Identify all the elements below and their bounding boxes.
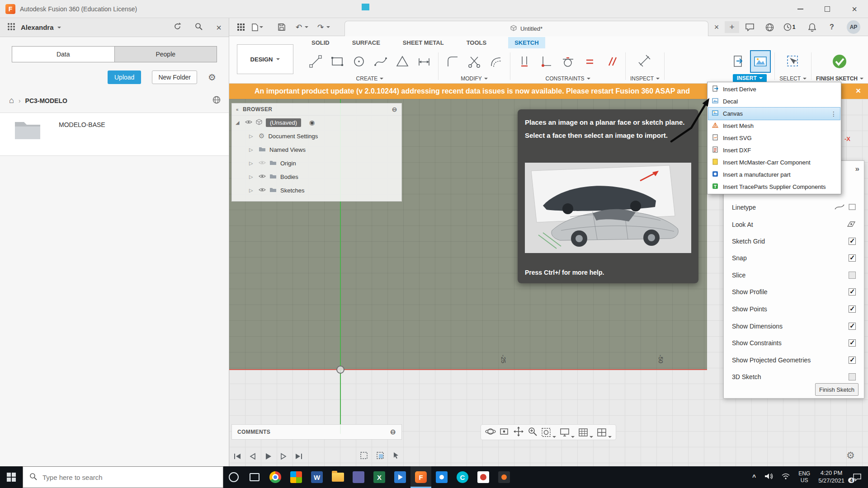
taskbar-app-cortana[interactable] bbox=[223, 466, 244, 488]
group-label-constraints[interactable]: CONSTRAINTS bbox=[545, 74, 590, 84]
tab-tools[interactable]: TOOLS bbox=[466, 37, 488, 48]
save-button[interactable] bbox=[274, 20, 289, 34]
fit-zoom-icon[interactable] bbox=[541, 427, 556, 438]
taskbar-search[interactable] bbox=[23, 466, 223, 488]
pan-icon[interactable] bbox=[513, 426, 524, 439]
collapse-panel-icon[interactable]: « bbox=[236, 107, 239, 112]
globe-icon[interactable] bbox=[212, 96, 221, 105]
search-icon[interactable] bbox=[195, 23, 203, 32]
user-menu[interactable]: Alexandra bbox=[21, 23, 61, 31]
menu-item-insert-manufacturer-part[interactable]: Insert a manufacturer part bbox=[708, 169, 840, 181]
network-icon[interactable] bbox=[781, 473, 790, 482]
grid-settings-icon[interactable] bbox=[578, 427, 593, 438]
refresh-icon[interactable] bbox=[174, 23, 181, 32]
document-tab[interactable]: Untitled* bbox=[344, 21, 708, 36]
palette-row-show-constraints[interactable]: Show Constraints bbox=[724, 335, 864, 351]
tab-data[interactable]: Data bbox=[12, 47, 115, 62]
workspace-selector[interactable]: DESIGN bbox=[237, 44, 293, 74]
taskbar-app-blue[interactable] bbox=[348, 466, 369, 488]
palette-row-show-points[interactable]: Show Points bbox=[724, 301, 864, 317]
file-menu-button[interactable] bbox=[250, 20, 264, 34]
activate-component-icon[interactable]: ◉ bbox=[309, 119, 315, 126]
construction-line-icon[interactable] bbox=[835, 204, 844, 211]
browser-root-row[interactable]: ◢ (Unsaved) ◉ bbox=[232, 116, 401, 129]
gear-icon[interactable]: ⚙ bbox=[208, 72, 216, 83]
start-button[interactable] bbox=[0, 466, 23, 488]
tab-sheet-metal[interactable]: SHEET METAL bbox=[402, 37, 445, 48]
fillet-tool[interactable] bbox=[443, 51, 462, 72]
group-label-create[interactable]: CREATE bbox=[356, 74, 384, 84]
taskbar-app-red[interactable] bbox=[473, 466, 494, 488]
parallel-constraint[interactable] bbox=[602, 51, 621, 72]
kebab-menu-icon[interactable]: ⋮ bbox=[830, 110, 837, 117]
document-root-name[interactable]: (Unsaved) bbox=[266, 118, 301, 127]
skip-to-start-icon[interactable] bbox=[233, 453, 241, 462]
palette-row-snap[interactable]: Snap bbox=[724, 250, 864, 266]
new-folder-button[interactable]: New Folder bbox=[152, 70, 197, 84]
taskbar-app-file-explorer[interactable] bbox=[327, 466, 348, 488]
help-icon[interactable]: ? bbox=[824, 21, 840, 33]
panel-grid-icon[interactable] bbox=[234, 20, 248, 34]
tree-collapsed-icon[interactable]: ▷ bbox=[249, 133, 255, 139]
palette-row-3d-sketch[interactable]: 3D Sketch bbox=[724, 369, 864, 385]
browser-item-document-settings[interactable]: ▷ ⚙ Document Settings bbox=[232, 129, 401, 143]
eye-icon[interactable] bbox=[259, 187, 266, 194]
palette-row-look-at[interactable]: Look At bbox=[724, 217, 864, 232]
3d-sketch-checkbox[interactable] bbox=[849, 373, 856, 380]
group-label-insert[interactable]: INSERT bbox=[733, 74, 767, 82]
taskbar-app-fusion360[interactable]: F bbox=[410, 466, 431, 488]
menu-item-insert-traceparts[interactable]: Insert TraceParts Supplier Components bbox=[708, 181, 840, 193]
redo-dropdown[interactable] bbox=[325, 20, 331, 34]
tab-solid[interactable]: SOLID bbox=[311, 37, 330, 48]
eye-icon[interactable] bbox=[259, 174, 266, 180]
eye-hidden-icon[interactable] bbox=[259, 160, 266, 167]
tree-expanded-icon[interactable]: ◢ bbox=[236, 120, 241, 126]
comment-icon[interactable] bbox=[742, 21, 757, 33]
taskbar-app-store[interactable] bbox=[286, 466, 307, 488]
tree-collapsed-icon[interactable]: ▷ bbox=[249, 147, 255, 153]
menu-item-insert-mcmaster[interactable]: Insert McMaster-Carr Component bbox=[708, 156, 840, 169]
browser-item-named-views[interactable]: ▷ Named Views bbox=[232, 143, 401, 156]
browser-item-sketches[interactable]: ▷ Sketches bbox=[232, 183, 401, 197]
tab-sketch[interactable]: SKETCH bbox=[508, 37, 545, 48]
linetype-toggle-icon[interactable] bbox=[849, 204, 856, 211]
coincident-constraint[interactable] bbox=[537, 51, 556, 72]
step-forward-icon[interactable] bbox=[280, 453, 287, 462]
tree-collapsed-icon[interactable]: ▷ bbox=[249, 160, 255, 166]
taskbar-app-photos[interactable] bbox=[431, 466, 452, 488]
group-label-inspect[interactable]: INSPECT bbox=[630, 74, 660, 84]
volume-icon[interactable] bbox=[764, 472, 773, 482]
show-points-checkbox[interactable] bbox=[849, 305, 856, 313]
palette-row-show-projected-geometries[interactable]: Show Projected Geometries bbox=[724, 352, 864, 368]
language-indicator[interactable]: ENG US bbox=[798, 470, 810, 484]
show-constraints-checkbox[interactable] bbox=[849, 339, 856, 347]
horizontal-vertical-constraint[interactable] bbox=[515, 51, 534, 72]
orbit-icon[interactable] bbox=[485, 426, 496, 439]
sketch-grid-checkbox[interactable] bbox=[849, 238, 856, 245]
spline-tool[interactable] bbox=[371, 51, 390, 72]
finish-sketch-dialog-button[interactable]: Finish Sketch bbox=[815, 383, 859, 396]
taskbar-app-dark[interactable] bbox=[494, 466, 514, 488]
palette-row-slice[interactable]: Slice bbox=[724, 267, 864, 283]
action-center[interactable]: 4 bbox=[853, 473, 862, 481]
tree-collapsed-icon[interactable]: ▷ bbox=[249, 174, 255, 180]
browser-header[interactable]: « BROWSER ⊖ bbox=[232, 103, 401, 116]
play-icon[interactable] bbox=[264, 452, 272, 462]
display-settings-icon[interactable] bbox=[559, 427, 575, 438]
look-at-icon[interactable] bbox=[499, 426, 510, 439]
notifications-bell-icon[interactable] bbox=[804, 21, 820, 33]
finish-sketch-button[interactable] bbox=[828, 51, 851, 72]
extensions-icon[interactable] bbox=[762, 21, 777, 33]
taskbar-app-word[interactable]: W bbox=[307, 466, 327, 488]
taskbar-app-chrome[interactable] bbox=[265, 466, 286, 488]
tab-surface[interactable]: SURFACE bbox=[351, 37, 381, 48]
breadcrumb-project[interactable]: PC3-MODELO bbox=[25, 97, 67, 104]
snap-checkbox[interactable] bbox=[849, 254, 856, 262]
viewports-icon[interactable] bbox=[596, 427, 612, 438]
comments-panel[interactable]: COMMENTS ⊖ bbox=[231, 424, 402, 440]
minimize-button[interactable] bbox=[787, 0, 814, 18]
look-at-plane-icon[interactable] bbox=[847, 221, 856, 229]
slice-checkbox[interactable] bbox=[849, 272, 856, 279]
taskbar-app-cyan[interactable]: C bbox=[452, 466, 473, 488]
rectangle-tool[interactable] bbox=[328, 51, 347, 72]
